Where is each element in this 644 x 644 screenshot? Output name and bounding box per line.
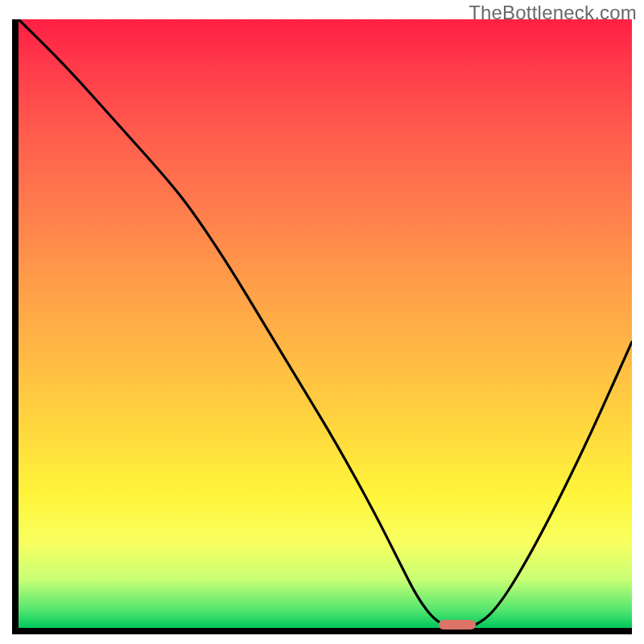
chart-stage: TheBottleneck.com xyxy=(0,0,644,644)
plot-axes xyxy=(12,19,632,634)
optimal-range-marker xyxy=(439,620,476,630)
bottleneck-curve xyxy=(19,19,632,628)
